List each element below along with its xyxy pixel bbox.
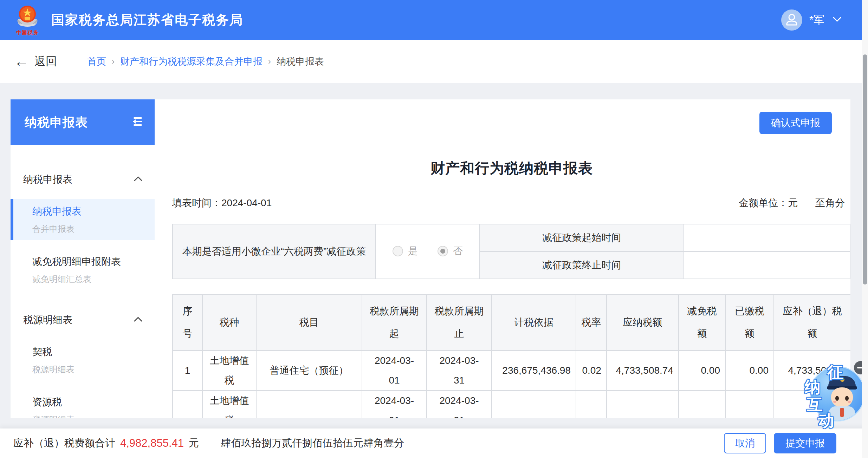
amount-unit: 金额单位：元 — [739, 197, 798, 208]
declaration-table: 序号 税种 税目 税款所属期起 税款所属期止 计税依据 税率 应纳税额 减免税额… — [172, 294, 850, 418]
policy-table: 本期是否适用小微企业“六税两费”减征政策 是 否 减征政策起始时间 — [172, 224, 850, 279]
col-rate: 税率 — [576, 294, 607, 351]
user-icon — [785, 12, 799, 28]
col-seq: 序号 — [173, 294, 202, 351]
total-amount: 4,982,855.41 — [120, 437, 184, 450]
table-header-row: 序号 税种 税目 税款所属期起 税款所属期止 计税依据 税率 应纳税额 减免税额… — [173, 294, 850, 351]
radio-no[interactable] — [438, 246, 448, 256]
breadcrumb: 首页 › 财产和行为税税源采集及合并申报 › 纳税申报表 — [87, 55, 324, 68]
breadcrumb-module[interactable]: 财产和行为税税源采集及合并申报 — [120, 55, 263, 68]
policy-end-label: 减征政策终止时间 — [480, 251, 684, 279]
col-due: 应补（退）税额 — [774, 294, 850, 351]
total-label: 应补（退）税费额合计 — [13, 436, 115, 450]
sidebar-title: 纳税申报表 — [25, 114, 88, 131]
form-area: 确认式申报 财产和行为税纳税申报表 填表时间：2024-04-01 金额单位：元… — [155, 99, 850, 418]
col-tax-item: 税目 — [256, 294, 362, 351]
sidebar-menu: 纳税申报表 纳税申报表 合并申报表 减免税明细申报附表 减免明细汇总表 — [11, 145, 155, 418]
logo-caption: 中国税务 — [16, 30, 39, 36]
radio-yes[interactable] — [393, 246, 403, 256]
col-reduced: 减免税额 — [679, 294, 725, 351]
col-period-end: 税款所属期止 — [427, 294, 492, 351]
user-avatar[interactable] — [781, 9, 802, 31]
back-label: 返回 — [34, 54, 57, 69]
sidebar: 纳税申报表 纳税申报表 — [11, 99, 155, 418]
main-panel: 纳税申报表 纳税申报表 — [11, 99, 850, 418]
user-name[interactable]: *军 — [809, 13, 824, 27]
table-row: 土地增值税 2024-03-01 2024-03-31 — [173, 391, 850, 418]
col-basis: 计税依据 — [492, 294, 576, 351]
form-title: 财产和行为税纳税申报表 — [172, 159, 850, 178]
policy-start-value — [684, 224, 850, 251]
policy-question: 本期是否适用小微企业“六税两费”减征政策 — [173, 224, 376, 279]
submit-declare-button[interactable]: 提交申报 — [774, 433, 836, 453]
content-area: 纳税申报表 纳税申报表 — [0, 83, 868, 428]
nav-bar: ← 返回 首页 › 财产和行为税税源采集及合并申报 › 纳税申报表 — [0, 40, 868, 83]
col-tax-type: 税种 — [202, 294, 256, 351]
tax-bureau-logo: 中国税务 — [13, 4, 42, 36]
page-scrollbar — [862, 0, 868, 458]
radio-option-no[interactable]: 否 — [438, 244, 463, 258]
sidebar-item-nashui-shenbaobiao[interactable]: 纳税申报表 合并申报表 — [11, 199, 155, 240]
radio-option-yes[interactable]: 是 — [393, 244, 418, 258]
sidebar-item-qishui[interactable]: 契税 税源明细表 — [11, 340, 155, 381]
collapse-panel-icon[interactable] — [131, 116, 143, 128]
page: 中国税务 国家税务总局江苏省电子税务局 *军 ← 返回 首 — [0, 0, 868, 458]
policy-end-value — [684, 251, 850, 279]
col-period-start: 税款所属期起 — [362, 294, 427, 351]
table-row: 1 土地增值税 普通住宅（预征） 2024-03-01 2024-03-31 2… — [173, 351, 850, 391]
chevron-up-icon — [134, 316, 143, 323]
sidebar-header: 纳税申报表 — [11, 99, 155, 145]
sidebar-item-ziyuanshui[interactable]: 资源税 税源明细表 — [11, 390, 155, 418]
back-button[interactable]: ← 返回 — [14, 54, 57, 69]
sidebar-section-shuiyuan-mingxibiao[interactable]: 税源明细表 — [11, 309, 155, 331]
national-emblem-icon — [15, 4, 40, 30]
total-amount-in-words: 肆佰玖拾捌万贰仟捌佰伍拾伍元肆角壹分 — [221, 436, 404, 450]
policy-start-label: 减征政策起始时间 — [480, 224, 684, 251]
chevron-up-icon — [134, 176, 143, 183]
tax-interaction-mascot[interactable]: 征 纳 互 动 — [803, 360, 868, 428]
footer-bar: 应补（退）税费额合计 4,982,855.41 元 肆佰玖拾捌万贰仟捌佰伍拾伍元… — [0, 428, 868, 458]
breadcrumb-home[interactable]: 首页 — [87, 55, 106, 68]
app-header: 中国税务 国家税务总局江苏省电子税务局 *军 — [0, 0, 868, 40]
app-title: 国家税务总局江苏省电子税务局 — [51, 11, 243, 29]
breadcrumb-separator: › — [112, 57, 115, 66]
breadcrumb-separator: › — [268, 57, 271, 66]
cancel-button[interactable]: 取消 — [724, 433, 766, 453]
amount-precision: 至角分 — [815, 197, 845, 208]
scrollbar-thumb[interactable] — [863, 54, 867, 284]
sidebar-section-shenbaobiao[interactable]: 纳税申报表 — [11, 168, 155, 191]
form-meta: 填表时间：2024-04-01 金额单位：元 至角分 — [172, 196, 850, 210]
total-currency: 元 — [189, 436, 199, 450]
fill-time: 填表时间：2024-04-01 — [172, 196, 272, 210]
back-arrow-icon: ← — [14, 54, 29, 69]
policy-radio-cell: 是 否 — [376, 224, 480, 279]
chevron-down-icon[interactable] — [832, 16, 842, 24]
sidebar-item-jianmianshui-fubiao[interactable]: 减免税明细申报附表 减免明细汇总表 — [11, 249, 155, 290]
confirm-declare-button[interactable]: 确认式申报 — [759, 112, 832, 134]
col-paid: 已缴税额 — [725, 294, 774, 351]
breadcrumb-current: 纳税申报表 — [277, 55, 324, 68]
col-payable: 应纳税额 — [607, 294, 679, 351]
